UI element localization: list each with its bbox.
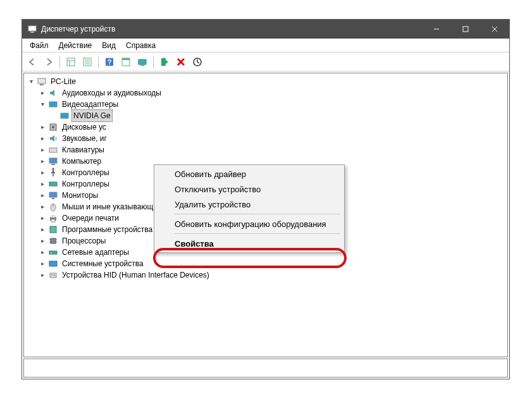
toolbar-panel-button[interactable] <box>118 54 133 70</box>
expand-icon[interactable]: ▸ <box>38 248 47 257</box>
tree-node-nvidia[interactable]: NVIDIA Ge <box>49 110 507 121</box>
menu-help[interactable]: Справка <box>121 40 161 51</box>
menubar: Файл Действие Вид Справка <box>22 39 509 52</box>
tree-node-system[interactable]: ▸ Системные устройства <box>38 258 507 269</box>
tree-root-node[interactable]: ▾ PC-Lite <box>27 76 507 87</box>
forward-button[interactable] <box>41 54 56 70</box>
expand-icon[interactable]: ▸ <box>38 180 47 188</box>
tree-node-sound[interactable]: ▸ Звуковые, иг <box>38 133 507 144</box>
svg-rect-1 <box>30 32 34 33</box>
expand-icon[interactable]: ▸ <box>38 134 47 143</box>
svg-rect-33 <box>51 164 55 165</box>
ctx-uninstall-device[interactable]: Удалить устройство <box>156 197 343 212</box>
show-hide-tree-button[interactable] <box>63 54 78 70</box>
menu-file[interactable]: Файл <box>25 40 54 51</box>
app-icon <box>27 24 37 34</box>
expand-icon[interactable]: ▸ <box>38 214 47 223</box>
expand-icon[interactable]: ▸ <box>38 202 47 211</box>
collapse-icon[interactable]: ▾ <box>27 77 35 86</box>
back-button[interactable] <box>25 54 40 70</box>
svg-rect-41 <box>51 215 55 218</box>
svg-point-34 <box>53 168 54 170</box>
tree-node-label: Процессоры <box>61 235 108 247</box>
storage-controller-icon <box>48 179 58 189</box>
hid-icon <box>48 270 58 280</box>
svg-rect-44 <box>51 238 56 243</box>
expand-icon[interactable]: ▸ <box>38 191 47 200</box>
expand-icon[interactable]: ▸ <box>38 157 47 166</box>
expand-icon[interactable]: ▸ <box>38 271 47 279</box>
svg-rect-6 <box>67 58 75 66</box>
svg-point-54 <box>54 274 55 276</box>
expand-icon[interactable]: ▸ <box>38 89 47 97</box>
toolbar-separator <box>98 56 99 68</box>
cpu-icon <box>48 236 58 246</box>
toolbar: ? <box>22 52 509 71</box>
tree-node-video[interactable]: ▾ Видеоадаптеры <box>38 99 507 110</box>
display-adapter-icon <box>59 111 70 121</box>
device-tree[interactable]: ▾ PC-Lite ▸ Аудиовходы и аудиовыходы ▾ <box>23 73 508 357</box>
svg-rect-51 <box>49 261 57 266</box>
svg-point-53 <box>51 274 53 276</box>
ctx-properties[interactable]: Свойства <box>156 236 343 251</box>
expand-icon[interactable]: ▸ <box>38 225 47 234</box>
audio-icon <box>48 88 58 98</box>
tree-node-label: Системные устройства <box>61 258 145 269</box>
svg-rect-18 <box>140 65 144 66</box>
expander-none <box>49 111 58 120</box>
svg-rect-42 <box>51 219 55 222</box>
svg-rect-26 <box>61 113 68 118</box>
sound-icon <box>48 133 58 144</box>
svg-rect-3 <box>463 27 468 32</box>
expand-icon[interactable]: ▸ <box>38 259 47 268</box>
svg-rect-52 <box>50 273 56 278</box>
menu-action[interactable]: Действие <box>54 40 97 51</box>
ctx-disable-device[interactable]: Отключить устройство <box>156 181 343 197</box>
svg-rect-37 <box>52 198 54 199</box>
tree-node-label: Аудиовходы и аудиовыходы <box>61 87 163 99</box>
svg-rect-36 <box>49 192 57 197</box>
tree-node-label: Видеоадаптеры <box>61 99 120 110</box>
tree-node-label: NVIDIA Ge <box>72 110 112 121</box>
svg-text:?: ? <box>108 58 112 66</box>
help-button[interactable]: ? <box>102 54 117 70</box>
tree-node-label: PC-Lite <box>49 76 77 87</box>
close-button[interactable] <box>480 20 509 39</box>
menu-view[interactable]: Вид <box>97 40 121 51</box>
tree-node-audio[interactable]: ▸ Аудиовходы и аудиовыходы <box>38 87 507 99</box>
svg-rect-35 <box>49 182 57 186</box>
expand-icon[interactable]: ▸ <box>38 236 47 245</box>
scan-hardware-button[interactable] <box>135 54 150 70</box>
svg-rect-19 <box>161 58 166 66</box>
expand-icon[interactable]: ▸ <box>38 123 47 132</box>
tree-node-keyboard[interactable]: ▸ Клавиатуры <box>38 144 507 156</box>
update-driver-button[interactable] <box>190 54 205 70</box>
maximize-button[interactable] <box>451 20 480 39</box>
collapse-icon[interactable]: ▾ <box>38 100 47 109</box>
system-device-icon <box>48 259 58 269</box>
disk-icon <box>48 122 58 132</box>
expand-icon[interactable]: ▸ <box>38 168 47 177</box>
svg-rect-0 <box>28 26 36 31</box>
svg-rect-24 <box>40 84 44 85</box>
tree-node-label: Программные устройства <box>61 224 154 235</box>
tree-node-hid[interactable]: ▸ Устройства HID (Human Interface Device… <box>38 269 507 281</box>
mouse-icon <box>48 202 58 212</box>
toolbar-separator <box>153 56 154 68</box>
tree-node-disk[interactable]: ▸ Дисковые ус <box>38 121 507 133</box>
ctx-scan-hardware[interactable]: Обновить конфигурацию оборудования <box>156 216 343 231</box>
svg-rect-29 <box>49 148 57 152</box>
network-icon <box>48 247 58 257</box>
ctx-update-driver[interactable]: Обновить драйвер <box>156 166 343 181</box>
enable-device-button[interactable] <box>157 54 172 70</box>
printer-icon <box>48 213 58 223</box>
minimize-button[interactable] <box>422 20 451 39</box>
svg-rect-17 <box>139 59 146 64</box>
uninstall-device-button[interactable] <box>173 54 189 70</box>
tree-node-label: Звуковые, иг <box>61 133 108 144</box>
svg-rect-43 <box>50 226 56 233</box>
tree-node-label: Клавиатуры <box>61 144 106 156</box>
properties-button[interactable] <box>80 54 95 70</box>
expand-icon[interactable]: ▸ <box>38 145 47 154</box>
usb-icon <box>48 168 58 178</box>
